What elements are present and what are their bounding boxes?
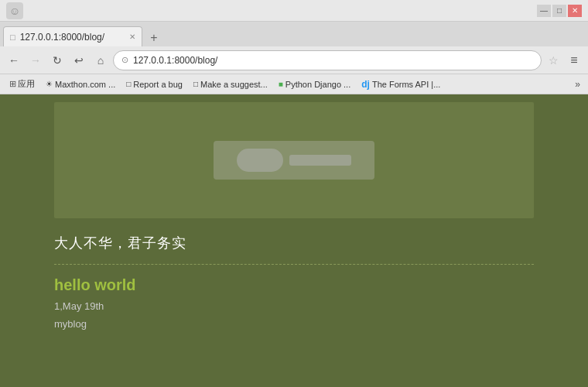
bookmark-icon-1: □: [126, 80, 131, 88]
apps-label: 应用: [18, 78, 35, 90]
browser-logo: ☺: [9, 5, 20, 17]
maximize-button[interactable]: □: [552, 5, 566, 17]
tab-close-button[interactable]: ✕: [129, 33, 135, 41]
apps-grid-icon: ⊞: [9, 79, 16, 89]
tab-bar: □ 127.0.0.1:8000/blog/ ✕ +: [0, 22, 588, 46]
tab-label: 127.0.0.1:8000/blog/: [20, 32, 104, 43]
logo-shape: [237, 149, 283, 172]
page-content: 大人不华，君子务实 hello world 1,May 19th myblog: [0, 94, 588, 387]
url-text: 127.0.0.1:8000/blog/: [133, 55, 533, 66]
bookmark-label-1: Report a bug: [133, 80, 183, 89]
bookmark-report-bug[interactable]: □ Report a bug: [121, 78, 187, 91]
bookmark-make-suggest[interactable]: □ Make a suggest...: [189, 78, 272, 91]
logo-text-shape: [289, 155, 351, 166]
back-button[interactable]: ←: [5, 51, 23, 70]
site-title: 大人不华，君子务实: [54, 218, 534, 260]
home-button[interactable]: ⌂: [91, 51, 110, 70]
header-logo-area: [214, 141, 374, 180]
bookmark-icon-2: □: [193, 80, 198, 88]
active-tab[interactable]: □ 127.0.0.1:8000/blog/ ✕: [3, 26, 142, 46]
window-icon: ☺: [6, 2, 23, 19]
title-bar: ☺ — □ ✕: [0, 0, 588, 22]
undo-button[interactable]: ↩: [70, 51, 88, 70]
url-favicon-icon: ⊙: [121, 55, 128, 65]
bookmark-icon-4: dj: [361, 79, 370, 90]
close-button[interactable]: ✕: [568, 5, 582, 17]
bookmark-apps-button[interactable]: ⊞ 应用: [5, 77, 39, 91]
bookmark-maxthon[interactable]: ☀ Maxthon.com ...: [41, 78, 120, 91]
post-meta: 1,May 19th: [54, 300, 534, 312]
refresh-button[interactable]: ↻: [48, 51, 67, 70]
bookmark-star-button[interactable]: ☆: [545, 52, 562, 69]
bookmark-label-3: Python Django ...: [285, 80, 350, 89]
bookmarks-bar: ⊞ 应用 ☀ Maxthon.com ... □ Report a bug □ …: [0, 74, 588, 94]
bookmark-label-4: The Forms API |...: [372, 80, 440, 89]
navigation-bar: ← → ↻ ↩ ⌂ ⊙ 127.0.0.1:8000/blog/ ☆ ≡: [0, 46, 588, 74]
bookmark-label-2: Make a suggest...: [200, 80, 268, 89]
url-bar[interactable]: ⊙ 127.0.0.1:8000/blog/: [113, 50, 542, 70]
bookmark-python-django[interactable]: ■ Python Django ...: [274, 78, 355, 91]
post-title[interactable]: hello world: [54, 276, 534, 294]
tab-favicon: □: [10, 33, 15, 42]
bookmark-forms-api[interactable]: dj The Forms API |...: [357, 77, 445, 91]
bookmark-icon-3: ■: [279, 80, 283, 88]
section-divider: [54, 264, 534, 265]
new-tab-button[interactable]: +: [144, 29, 164, 46]
window-controls: — □ ✕: [537, 5, 582, 17]
bookmark-icon-0: ☀: [46, 80, 53, 88]
menu-button[interactable]: ≡: [565, 51, 583, 70]
title-bar-left: ☺: [6, 2, 23, 19]
bookmarks-more-button[interactable]: »: [572, 77, 583, 91]
minimize-button[interactable]: —: [537, 5, 551, 17]
bookmark-label-0: Maxthon.com ...: [55, 80, 115, 89]
forward-button[interactable]: →: [26, 51, 45, 70]
post-excerpt: myblog: [54, 318, 534, 330]
header-banner: [54, 102, 534, 218]
